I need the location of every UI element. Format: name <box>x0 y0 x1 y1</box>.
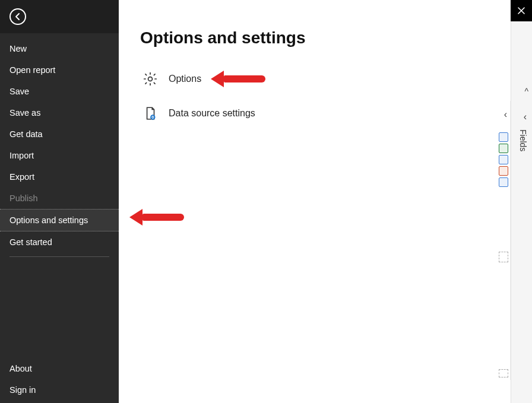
option-row-data-source-settings[interactable]: Data source settings <box>140 100 489 127</box>
chevron-up-icon[interactable]: ^ <box>524 87 528 96</box>
main-panel: Options and settings Options Data source… <box>119 0 511 403</box>
option-row-options[interactable]: Options <box>140 65 489 93</box>
viz-icon <box>499 144 508 153</box>
menu-item-get-data[interactable]: Get data <box>0 123 119 145</box>
menu-separator <box>10 256 109 257</box>
viz-icon <box>499 177 508 187</box>
menu-item-sign-in[interactable]: Sign in <box>0 379 119 401</box>
visualizations-pane-collapsed[interactable]: ‹ <box>496 101 511 380</box>
drop-placeholder <box>499 252 508 262</box>
drop-placeholder <box>499 369 508 377</box>
option-label: Options <box>169 74 201 84</box>
option-label: Data source settings <box>169 108 255 119</box>
back-button[interactable] <box>10 8 26 25</box>
menu-item-save[interactable]: Save <box>0 81 119 102</box>
chevron-left-icon[interactable]: ‹ <box>504 109 507 120</box>
svg-point-0 <box>148 77 153 81</box>
menu-item-open-report[interactable]: Open report <box>0 59 119 81</box>
menu-item-import[interactable]: Import <box>0 145 119 166</box>
viz-icon <box>499 155 508 164</box>
document-gear-icon <box>142 106 158 121</box>
svg-point-2 <box>152 116 153 118</box>
menu-item-get-started[interactable]: Get started <box>0 231 119 253</box>
menu-item-publish: Publish <box>0 188 119 209</box>
viz-icon <box>499 132 508 142</box>
menu-item-new[interactable]: New <box>0 38 119 59</box>
menu-item-about[interactable]: About <box>0 358 119 379</box>
fields-pane-label: Fields <box>518 129 528 151</box>
chevron-left-icon[interactable]: ‹ <box>524 112 527 122</box>
gear-icon <box>142 71 158 87</box>
fields-pane-collapsed[interactable]: ^ ‹ Fields <box>511 0 532 403</box>
page-title: Options and settings <box>140 28 489 47</box>
viz-icon <box>499 166 508 176</box>
close-icon <box>518 7 525 14</box>
menu-item-export[interactable]: Export <box>0 166 119 188</box>
sidebar-header <box>0 0 119 33</box>
file-menu-sidebar: New Open report Save Save as Get data Im… <box>0 0 119 403</box>
close-button[interactable] <box>511 0 532 21</box>
sidebar-bottom: About Sign in <box>0 358 119 403</box>
menu-item-save-as[interactable]: Save as <box>0 102 119 123</box>
arrow-left-icon <box>14 12 22 21</box>
file-menu-list: New Open report Save Save as Get data Im… <box>0 33 119 261</box>
menu-item-options-and-settings[interactable]: Options and settings <box>0 209 119 231</box>
